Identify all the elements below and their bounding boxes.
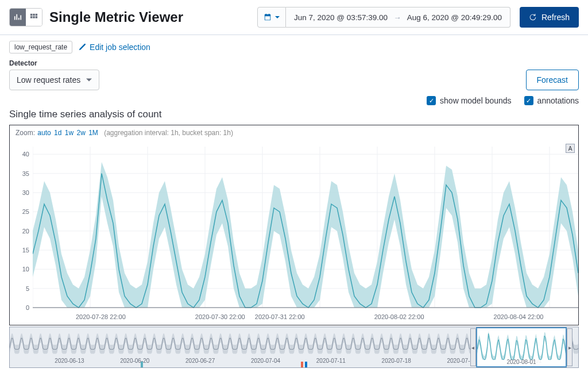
zoom-2w[interactable]: 2w [76, 129, 85, 137]
forecast-button[interactable]: Forecast [526, 70, 579, 90]
chevron-down-icon [275, 15, 280, 20]
x-tick: 2020-07-28 22:00 [76, 313, 126, 320]
detector-select[interactable]: Low request rates [9, 70, 99, 90]
refresh-icon [529, 13, 537, 21]
anomaly-explorer-view-button[interactable] [26, 9, 42, 26]
detector-label: Detector [9, 59, 99, 67]
svg-rect-1 [33, 14, 35, 16]
y-tick: 10 [22, 266, 29, 273]
brush-handle-left[interactable]: ◂ [470, 328, 476, 366]
zoom-label: Zoom: [16, 129, 35, 137]
x-axis: 2020-07-28 22:002020-07-30 22:002020-07-… [10, 313, 578, 325]
context-tick: 2020-06-13 [55, 358, 84, 364]
chart-title: Single time series analysis of count [0, 109, 588, 125]
anomaly-marker [141, 362, 143, 367]
zoom-bar: Zoom: auto 1d 1w 2w 1M (aggregation inte… [10, 125, 578, 141]
chart-container: Zoom: auto 1d 1w 2w 1M (aggregation inte… [0, 125, 588, 368]
main-chart: 0510152025303540 [10, 141, 578, 313]
y-tick: 35 [22, 170, 29, 177]
calendar-icon [264, 13, 272, 21]
date-start: Jun 7, 2020 @ 03:57:39.00 [294, 13, 388, 22]
svg-rect-4 [33, 16, 35, 18]
job-row: low_request_rate Edit job selection [0, 35, 588, 59]
page-title: Single Metric Viewer [49, 9, 253, 25]
date-picker-group: Jun 7, 2020 @ 03:57:39.00 → Aug 6, 2020 … [257, 7, 510, 28]
y-tick: 30 [22, 189, 29, 196]
arrow-right-icon: → [393, 13, 401, 22]
y-tick: 20 [22, 228, 29, 235]
checkbox-checked-icon: ✓ [524, 96, 533, 105]
anomaly-marker [301, 362, 303, 367]
show-bounds-label: show model bounds [440, 96, 512, 105]
y-tick: 25 [22, 208, 29, 215]
y-tick: 5 [26, 285, 29, 292]
single-metric-view-button[interactable] [10, 9, 26, 26]
context-chart[interactable]: 2020-06-132020-06-202020-06-272020-07-04… [9, 327, 579, 368]
detector-selected: Low request rates [17, 75, 80, 85]
context-tick: 2020-06-27 [185, 358, 215, 364]
detector-row: Detector Low request rates Forecast [0, 59, 588, 96]
main-chart-box: Zoom: auto 1d 1w 2w 1M (aggregation inte… [9, 125, 579, 325]
x-tick: 2020-07-31 22:00 [255, 313, 305, 320]
zoom-1m[interactable]: 1M [88, 129, 98, 137]
context-tick: 2020-07-18 [382, 358, 411, 364]
x-tick: 2020-08-04 22:00 [494, 313, 544, 320]
zoom-info: (aggregation interval: 1h, bucket span: … [104, 129, 233, 137]
y-tick: 0 [26, 304, 29, 311]
svg-rect-5 [36, 16, 38, 18]
refresh-label: Refresh [541, 13, 570, 22]
anomaly-marker [305, 362, 307, 367]
date-end: Aug 6, 2020 @ 20:49:29.00 [407, 13, 502, 22]
x-tick: 2020-08-02 22:00 [374, 313, 424, 320]
y-axis: 0510152025303540 [10, 141, 33, 313]
show-bounds-toggle[interactable]: ✓ show model bounds [427, 96, 512, 105]
job-badge[interactable]: low_request_rate [9, 41, 72, 53]
brush-tick: 2020-08-01 [506, 359, 536, 365]
zoom-1w[interactable]: 1w [65, 129, 74, 137]
y-tick: 40 [22, 151, 29, 158]
detector-group: Detector Low request rates [9, 59, 99, 90]
refresh-button[interactable]: Refresh [520, 7, 579, 28]
zoom-auto[interactable]: auto [37, 129, 51, 137]
zoom-1d[interactable]: 1d [54, 129, 61, 137]
grid-icon [30, 13, 38, 21]
brush-handle-right[interactable]: ▸ [567, 328, 572, 366]
svg-rect-2 [36, 14, 38, 16]
context-tick: 2020-07-11 [316, 358, 346, 364]
annotations-label: annotations [537, 96, 579, 105]
context-tick: 2020-06-20 [120, 358, 149, 364]
context-tick: 2020-07-04 [251, 358, 280, 364]
edit-job-link[interactable]: Edit job selection [78, 43, 150, 52]
page-header: Single Metric Viewer Jun 7, 2020 @ 03:57… [0, 0, 588, 35]
checkbox-checked-icon: ✓ [427, 96, 436, 105]
main-svg [33, 141, 578, 313]
svg-rect-0 [30, 14, 33, 16]
brush-svg [477, 328, 566, 360]
options-row: ✓ show model bounds ✓ annotations [0, 96, 588, 109]
y-tick: 15 [22, 247, 29, 254]
context-brush[interactable]: ◂ ▸ 2020-08-01 [476, 327, 567, 367]
x-tick: 2020-07-30 22:00 [195, 313, 245, 320]
pencil-icon [78, 43, 86, 51]
date-range-display[interactable]: Jun 7, 2020 @ 03:57:39.00 → Aug 6, 2020 … [286, 7, 510, 28]
svg-rect-3 [30, 16, 33, 18]
chart-icon [14, 13, 22, 21]
plot-area[interactable] [33, 141, 578, 313]
annotations-toggle[interactable]: ✓ annotations [524, 96, 579, 105]
view-toggle [9, 8, 42, 26]
calendar-button[interactable] [257, 7, 286, 28]
edit-job-label: Edit job selection [90, 43, 150, 52]
